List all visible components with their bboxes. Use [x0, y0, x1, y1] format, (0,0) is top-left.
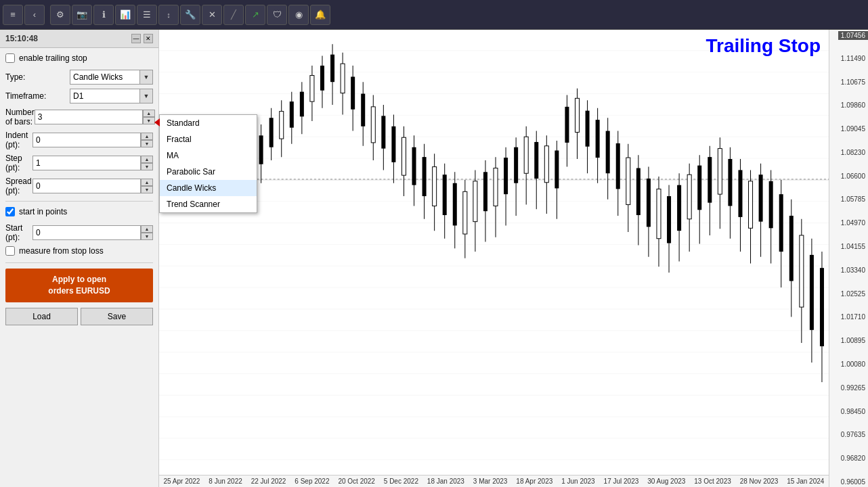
- indent-input[interactable]: [32, 133, 141, 147]
- spread-input[interactable]: [32, 179, 141, 193]
- pie-icon[interactable]: ◉: [288, 5, 309, 25]
- svg-rect-114: [667, 196, 671, 243]
- price-label-2: 1.10675: [832, 78, 865, 86]
- num-bars-down-btn[interactable]: ▼: [143, 117, 155, 124]
- start-up-btn[interactable]: ▲: [141, 225, 153, 233]
- svg-rect-142: [810, 255, 814, 330]
- date-label-6: 18 Jan 2023: [427, 478, 464, 485]
- svg-rect-62: [402, 137, 406, 175]
- price-label-19: 0.96820: [832, 455, 865, 462]
- save-button[interactable]: Save: [81, 308, 153, 325]
- trendline-icon[interactable]: ╱: [223, 5, 244, 25]
- cross-icon[interactable]: ✕: [202, 5, 222, 25]
- dropdown-item-parabolic-sar[interactable]: Parabolic Sar: [160, 164, 257, 180]
- measure-from-stop-loss-checkbox[interactable]: [5, 246, 15, 256]
- indent-spinner: ▲ ▼: [32, 133, 153, 147]
- divider-2: [5, 262, 153, 263]
- dropdown-item-fractal[interactable]: Fractal: [160, 131, 257, 147]
- svg-rect-132: [759, 175, 763, 221]
- price-label-15: 1.00080: [832, 361, 865, 368]
- spread-spinner: ▲ ▼: [32, 179, 153, 193]
- panel-close-btn[interactable]: ✕: [144, 34, 153, 43]
- screenshot-icon[interactable]: 📷: [72, 5, 92, 25]
- price-label-1: 1.11490: [832, 55, 865, 62]
- step-input[interactable]: [32, 156, 141, 170]
- spread-label: Spread (pt):: [5, 177, 32, 195]
- indent-label: Indent (pt):: [5, 131, 32, 149]
- start-down-btn[interactable]: ▼: [141, 233, 153, 240]
- start-label: Start (pt):: [5, 223, 32, 242]
- data-icon[interactable]: ↕: [158, 5, 179, 25]
- indent-down-btn[interactable]: ▼: [141, 140, 153, 147]
- indent-up-btn[interactable]: ▲: [141, 133, 153, 140]
- timeframe-select-wrapper: D1 ▼: [70, 89, 153, 103]
- start-in-points-label[interactable]: start in points: [19, 207, 67, 216]
- svg-rect-112: [657, 189, 661, 238]
- apply-btn-line1: Apply to open: [52, 275, 106, 284]
- svg-rect-82: [504, 158, 508, 194]
- svg-rect-46: [320, 66, 324, 91]
- num-bars-up-btn[interactable]: ▲: [143, 110, 155, 117]
- list-icon[interactable]: ☰: [137, 5, 157, 25]
- svg-rect-40: [290, 101, 294, 128]
- back-btn[interactable]: ‹: [24, 5, 45, 25]
- price-label-10: 1.04155: [832, 243, 865, 250]
- dropdown-item-trend-scanner[interactable]: Trend Scanner: [160, 196, 257, 212]
- shield-icon[interactable]: 🛡: [267, 5, 287, 25]
- enable-trailing-stop-label[interactable]: enable trailing stop: [19, 53, 87, 63]
- info-icon[interactable]: ℹ: [93, 5, 114, 25]
- load-button[interactable]: Load: [5, 308, 78, 325]
- start-input[interactable]: [32, 225, 141, 240]
- tools-icon[interactable]: 🔧: [180, 5, 200, 25]
- svg-rect-38: [280, 112, 284, 139]
- date-label-9: 1 Jun 2023: [561, 478, 595, 485]
- spread-down-btn[interactable]: ▼: [141, 186, 153, 193]
- step-row: Step (pt): ▲ ▼: [5, 154, 153, 172]
- start-spin-buttons: ▲ ▼: [141, 225, 153, 240]
- start-in-points-checkbox[interactable]: [5, 207, 15, 216]
- settings-icon[interactable]: ⚙: [50, 5, 70, 25]
- svg-rect-104: [616, 143, 620, 189]
- trailing-stop-title: Trailing Stop: [706, 35, 821, 57]
- step-up-btn[interactable]: ▲: [141, 156, 153, 163]
- svg-rect-136: [779, 194, 783, 252]
- svg-rect-78: [483, 172, 487, 211]
- svg-rect-48: [330, 55, 334, 83]
- num-bars-input[interactable]: [35, 110, 143, 124]
- date-label-7: 3 Mar 2023: [473, 478, 508, 485]
- spread-up-btn[interactable]: ▲: [141, 179, 153, 186]
- svg-rect-44: [310, 76, 314, 102]
- panel-minimize-btn[interactable]: —: [131, 34, 141, 43]
- divider-1: [5, 201, 153, 202]
- date-label-1: 8 Jun 2022: [209, 478, 242, 485]
- timeframe-select[interactable]: D1: [70, 89, 153, 103]
- svg-rect-84: [514, 147, 518, 183]
- type-label: Type:: [5, 72, 70, 82]
- svg-rect-100: [596, 120, 600, 158]
- dropdown-item-ma[interactable]: MA: [160, 147, 257, 164]
- panel-header: 15:10:48 — ✕: [0, 30, 158, 48]
- apply-button[interactable]: Apply to open orders EURUSD: [5, 269, 153, 302]
- step-spinner: ▲ ▼: [32, 156, 153, 170]
- svg-rect-120: [697, 166, 701, 210]
- measure-from-stop-loss-label[interactable]: measure from stop loss: [19, 246, 104, 256]
- bar-chart-icon[interactable]: 📊: [115, 5, 135, 25]
- step-down-btn[interactable]: ▼: [141, 163, 153, 170]
- bell-icon[interactable]: 🔔: [310, 5, 330, 25]
- arrow-icon[interactable]: ↗: [245, 5, 265, 25]
- num-bars-spinner: ▲ ▼: [35, 110, 155, 124]
- dropdown-item-candle-wicks[interactable]: Candle Wicks: [160, 180, 257, 196]
- main-area: 15:10:48 — ✕ enable trailing stop Type: …: [0, 30, 868, 487]
- menu-btn[interactable]: ≡: [3, 5, 23, 25]
- svg-rect-106: [626, 158, 630, 204]
- dropdown-item-standard[interactable]: Standard: [160, 115, 257, 131]
- enable-trailing-stop-checkbox[interactable]: [5, 53, 15, 63]
- indent-row: Indent (pt): ▲ ▼: [5, 131, 153, 149]
- num-bars-row: Number of bars: ▲ ▼: [5, 108, 153, 126]
- svg-rect-56: [371, 107, 375, 143]
- svg-rect-88: [534, 142, 538, 179]
- type-select[interactable]: Candle Wicks: [70, 70, 153, 85]
- step-spin-buttons: ▲ ▼: [141, 156, 153, 170]
- price-label-12: 1.02525: [832, 290, 865, 298]
- dropdown-arrow-indicator: [154, 118, 160, 126]
